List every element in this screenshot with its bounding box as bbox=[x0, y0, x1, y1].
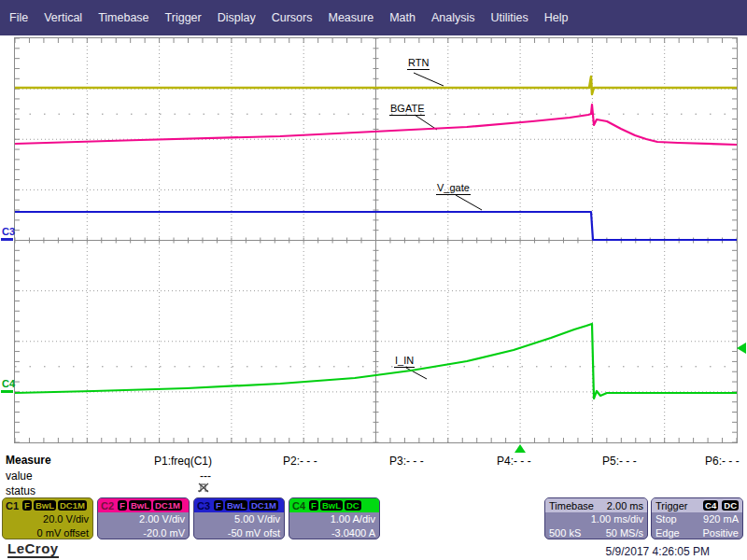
c4-ground-marker-label[interactable]: C4 bbox=[2, 379, 15, 389]
c4-coupling-badge: DC bbox=[345, 500, 361, 511]
oscilloscope-screen: File Vertical Timebase Trigger Display C… bbox=[0, 0, 747, 560]
measure-value-row-label: value bbox=[6, 469, 33, 483]
c2-bwl-badge: BwL bbox=[129, 500, 151, 511]
c1-label: C1 bbox=[6, 500, 19, 511]
timebase-title: Timebase bbox=[549, 500, 594, 511]
c4-label: C4 bbox=[292, 500, 305, 511]
timebase-samples: 500 kS bbox=[549, 526, 581, 539]
c1-offset: 0 mV offset bbox=[3, 526, 92, 539]
timebase-per-div: 1.00 ms/div bbox=[545, 512, 647, 526]
trigger-title: Trigger bbox=[655, 500, 687, 511]
c4-amps-per-div: 1.00 A/div bbox=[289, 512, 379, 526]
channel-box-c1[interactable]: C1 F BwL DC1M 20.0 V/div 0 mV offset bbox=[2, 497, 93, 539]
c4-filter-badge: F bbox=[309, 500, 318, 511]
menu-math[interactable]: Math bbox=[389, 11, 416, 24]
menu-display[interactable]: Display bbox=[218, 11, 256, 24]
c3-bwl-badge: BwL bbox=[225, 500, 247, 511]
channel-box-c2[interactable]: C2 F BwL DC1M 2.00 V/div -20.0 mV bbox=[97, 497, 190, 539]
datetime-stamp: 5/9/2017 4:26:05 PM bbox=[606, 545, 710, 558]
trigger-mode: Stop bbox=[655, 512, 677, 526]
trigger-time-marker-icon[interactable] bbox=[514, 444, 526, 453]
c4-ground-marker-dash[interactable] bbox=[1, 390, 13, 393]
menu-file[interactable]: File bbox=[9, 11, 28, 24]
measure-panel-title: Measure bbox=[6, 454, 51, 467]
menu-cursors[interactable]: Cursors bbox=[272, 11, 313, 24]
waveform-svg bbox=[15, 38, 737, 442]
trace-label-bgate: BGATE bbox=[389, 103, 425, 116]
measure-param-p4[interactable]: P4:- - - bbox=[497, 455, 531, 468]
c3-coupling-badge: DC1M bbox=[249, 500, 278, 511]
waveform-area: RTN BGATE V_gate I_IN bbox=[14, 37, 738, 443]
measure-p1-status-crossed-pulse-icon bbox=[197, 481, 211, 497]
timebase-rate: 50 MS/s bbox=[606, 526, 643, 539]
trigger-level-marker-icon[interactable] bbox=[737, 343, 746, 354]
menu-bar: File Vertical Timebase Trigger Display C… bbox=[0, 0, 747, 35]
c4-offset: -3.0400 A bbox=[289, 526, 379, 539]
menu-analysis[interactable]: Analysis bbox=[431, 11, 475, 24]
menu-utilities[interactable]: Utilities bbox=[490, 11, 528, 24]
trigger-level: 920 mA bbox=[703, 512, 739, 526]
lecroy-logo: LeCroy bbox=[7, 541, 59, 558]
c3-filter-badge: F bbox=[214, 500, 223, 511]
c1-filter-badge: F bbox=[22, 500, 32, 511]
c3-ground-marker-label[interactable]: C3 bbox=[2, 227, 15, 237]
trigger-source-badge: C4 bbox=[703, 500, 718, 511]
c3-ground-marker-dash[interactable] bbox=[1, 238, 13, 241]
timebase-delay: 2.00 ms bbox=[607, 500, 643, 511]
c1-volts-per-div: 20.0 V/div bbox=[3, 512, 92, 526]
measure-param-p3[interactable]: P3:- - - bbox=[389, 455, 424, 468]
trigger-type: Edge bbox=[655, 526, 680, 539]
c1-bwl-badge: BwL bbox=[34, 500, 56, 511]
measure-param-p2[interactable]: P2:- - - bbox=[283, 455, 317, 468]
c3-volts-per-div: 5.00 V/div bbox=[194, 512, 284, 526]
c1-coupling-badge: DC1M bbox=[58, 500, 87, 511]
trace-label-rtn: RTN bbox=[407, 57, 430, 70]
c3-label: C3 bbox=[197, 500, 210, 511]
measure-param-p5[interactable]: P5:- - - bbox=[602, 455, 637, 468]
trace-label-vgate: V_gate bbox=[436, 182, 471, 195]
menu-measure[interactable]: Measure bbox=[328, 11, 374, 24]
c3-offset: -50 mV ofst bbox=[194, 526, 284, 539]
timebase-box[interactable]: Timebase 2.00 ms 1.00 ms/div 500 kS 50 M… bbox=[544, 497, 648, 539]
measure-status-row-label: status bbox=[6, 484, 35, 497]
channel-box-c4[interactable]: C4 F BwL DC 1.00 A/div -3.0400 A bbox=[289, 497, 380, 539]
measure-param-p1[interactable]: P1:freq(C1) bbox=[154, 455, 212, 468]
c4-bwl-badge: BwL bbox=[320, 500, 343, 511]
c2-volts-per-div: 2.00 V/div bbox=[98, 512, 189, 526]
measure-param-p6[interactable]: P6:- - - bbox=[705, 455, 740, 468]
menu-timebase[interactable]: Timebase bbox=[98, 11, 148, 24]
trigger-coupling-badge: DC bbox=[722, 500, 739, 511]
trigger-box[interactable]: Trigger C4 DC Stop 920 mA Edge Positive bbox=[651, 497, 743, 539]
trigger-slope: Positive bbox=[702, 526, 739, 539]
menu-help[interactable]: Help bbox=[544, 11, 569, 24]
menu-trigger[interactable]: Trigger bbox=[165, 11, 202, 24]
c2-offset: -20.0 mV bbox=[98, 526, 189, 539]
c2-label: C2 bbox=[101, 500, 114, 511]
channel-box-c3[interactable]: C3 F BwL DC1M 5.00 V/div -50 mV ofst bbox=[193, 497, 285, 539]
menu-vertical[interactable]: Vertical bbox=[44, 11, 82, 24]
c2-coupling-badge: DC1M bbox=[153, 500, 182, 511]
trace-label-iin: I_IN bbox=[394, 355, 415, 368]
c2-filter-badge: F bbox=[118, 500, 127, 511]
